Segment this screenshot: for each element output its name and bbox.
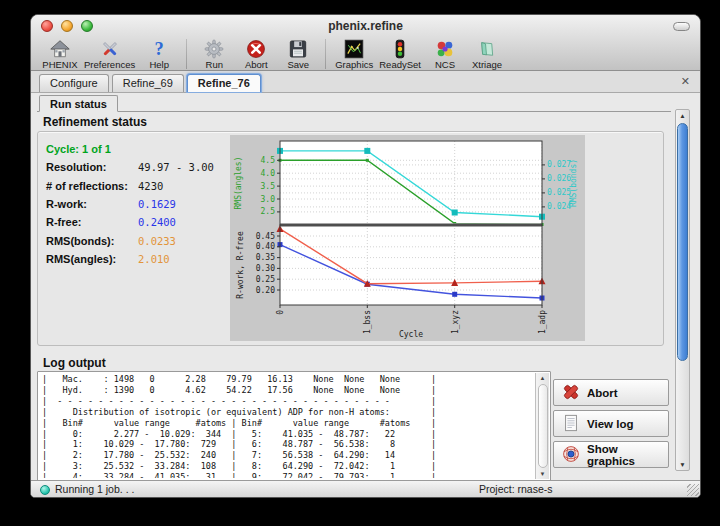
toolbar-item-label: PHENIX	[42, 59, 77, 70]
stat-row-rms-angles-: RMS(angles):2.010	[46, 250, 226, 268]
toolbar-item-label: Xtriage	[472, 59, 502, 70]
toolbar-phenix-button[interactable]: PHENIX	[39, 38, 81, 70]
toolbar-toggle-button[interactable]	[673, 22, 690, 31]
svg-text:3.0: 3.0	[261, 195, 276, 204]
svg-text:0.25: 0.25	[256, 275, 275, 284]
stat-row-rms-bonds-: RMS(bonds):0.0233	[46, 231, 226, 249]
toolbar-item-label: Abort	[245, 59, 268, 70]
tab-refine-69[interactable]: Refine_69	[112, 74, 184, 92]
log-output-box: | Mac. : 1498 0 2.28 79.79 16.13 None No…	[37, 371, 551, 481]
svg-text:Cycle: Cycle	[399, 330, 423, 339]
title-bar[interactable]: phenix.refine	[31, 15, 700, 37]
svg-text:0.35: 0.35	[256, 253, 275, 262]
log-scrollbar-thumb[interactable]	[538, 384, 548, 468]
run-status-tab-label: Run status	[50, 98, 107, 110]
stat-label: # of reflections:	[46, 180, 138, 192]
xtriage-icon	[477, 38, 497, 59]
content-area: Run status Refinement status Cycle: 1 of…	[31, 93, 700, 480]
view-log-icon	[562, 414, 580, 434]
ncs-icon	[435, 38, 455, 59]
svg-text:1_xyz: 1_xyz	[451, 310, 460, 334]
log-scrollbar[interactable]: ▲ ▼	[535, 373, 549, 479]
home-icon	[50, 38, 70, 59]
svg-text:R-work, R-free: R-work, R-free	[236, 231, 245, 299]
refinement-status-panel: Cycle: 1 of 1 Resolution:49.97 - 3.00# o…	[37, 131, 664, 346]
toolbar-item-label: Help	[149, 59, 169, 70]
graphics-icon	[344, 38, 364, 59]
stat-label: R-free:	[46, 216, 138, 228]
window-title: phenix.refine	[31, 15, 700, 37]
window-chrome: phenix.refine PHENIXPreferences?HelpRunA…	[31, 15, 700, 71]
toolbar-run-button[interactable]: Run	[193, 38, 235, 70]
toolbar-item-label: Save	[287, 59, 309, 70]
view-log-button[interactable]: View log	[553, 410, 669, 437]
minimize-window-button[interactable]	[61, 20, 73, 32]
scrollbar-thumb[interactable]	[677, 123, 688, 361]
stat-label: R-work:	[46, 198, 138, 210]
log-scroll-down-arrow[interactable]: ▼	[536, 471, 549, 477]
tab-refine-76[interactable]: Refine_76	[187, 74, 261, 92]
log-text-content: | Mac. : 1498 0 2.28 79.79 16.13 None No…	[42, 374, 436, 478]
stat-value: 0.2400	[138, 216, 176, 228]
abort-icon	[246, 38, 266, 59]
resize-grip[interactable]	[687, 484, 699, 496]
toolbar-preferences-button[interactable]: Preferences	[81, 38, 138, 70]
toolbar-item-label: ReadySet	[379, 59, 421, 70]
show-graphics-icon	[562, 445, 580, 465]
stat-label: RMS(angles):	[46, 253, 138, 265]
run-status-tab[interactable]: Run status	[39, 95, 118, 112]
close-window-button[interactable]	[41, 20, 53, 32]
readyset-icon	[390, 38, 410, 59]
svg-text:0.027: 0.027	[547, 160, 571, 169]
toolbar-separator	[186, 39, 187, 69]
window-scrollbar[interactable]: ▲ ▼	[675, 109, 690, 471]
abort-x-icon	[562, 383, 580, 403]
stat-value: 2.010	[138, 253, 170, 265]
traffic-lights	[41, 20, 93, 32]
tab-bar: ConfigureRefine_69Refine_76✕	[31, 71, 700, 93]
toolbar-abort-button[interactable]: Abort	[235, 38, 277, 70]
refinement-stats: Cycle: 1 of 1 Resolution:49.97 - 3.00# o…	[46, 140, 226, 268]
toolbar-xtriage-button[interactable]: Xtriage	[466, 38, 508, 70]
screen: { "window": { "title": "phenix.refine" }…	[0, 0, 720, 526]
log-output-heading: Log output	[43, 356, 106, 370]
refinement-chart: 2.53.03.54.04.50.0240.0250.0260.0270.200…	[230, 135, 585, 341]
toolbar-save-button[interactable]: Save	[277, 38, 319, 70]
log-text[interactable]: | Mac. : 1498 0 2.28 79.79 16.13 None No…	[42, 374, 533, 478]
tab-configure[interactable]: Configure	[39, 74, 109, 92]
svg-text:0.025: 0.025	[547, 188, 571, 197]
preferences-icon	[100, 38, 120, 59]
stat-row-resolution: Resolution:49.97 - 3.00	[46, 158, 226, 176]
action-button-label: Abort	[587, 387, 618, 399]
status-bar: Running 1 job. . . Project: rnase-s	[31, 480, 700, 497]
save-icon	[288, 38, 308, 59]
toolbar-help-button[interactable]: ?Help	[138, 38, 180, 70]
svg-text:?: ?	[155, 39, 164, 59]
stat-value: 0.0233	[138, 235, 176, 247]
toolbar-item-label: Graphics	[335, 59, 373, 70]
status-indicator-icon	[40, 485, 50, 495]
chart-svg: 2.53.03.54.04.50.0240.0250.0260.0270.200…	[230, 135, 585, 341]
help-icon: ?	[149, 38, 169, 59]
svg-text:0: 0	[276, 310, 285, 315]
scroll-up-arrow[interactable]: ▲	[676, 112, 689, 119]
stat-row-r-work: R-work:0.1629	[46, 195, 226, 213]
show-graphics-button[interactable]: Show graphics	[553, 441, 669, 468]
toolbar: PHENIXPreferences?HelpRunAbortSaveGraphi…	[31, 37, 700, 71]
toolbar-graphics-button[interactable]: Graphics	[332, 38, 376, 70]
toolbar-readyset-button[interactable]: ReadySet	[376, 38, 424, 70]
status-running-text: Running 1 job. . .	[55, 483, 134, 495]
abort-button[interactable]: Abort	[553, 379, 669, 406]
toolbar-item-label: Preferences	[84, 59, 135, 70]
toolbar-ncs-button[interactable]: NCS	[424, 38, 466, 70]
stat-label: Resolution:	[46, 161, 138, 173]
log-scroll-up-arrow[interactable]: ▲	[536, 375, 549, 381]
svg-text:1_adp: 1_adp	[538, 310, 547, 334]
refinement-status-heading: Refinement status	[43, 115, 147, 129]
action-button-label: View log	[587, 418, 633, 430]
scroll-down-arrow[interactable]: ▼	[676, 461, 689, 468]
svg-text:0.45: 0.45	[256, 232, 275, 241]
close-tab-button[interactable]: ✕	[679, 75, 692, 88]
svg-text:4.0: 4.0	[261, 169, 276, 178]
zoom-window-button[interactable]	[81, 20, 93, 32]
